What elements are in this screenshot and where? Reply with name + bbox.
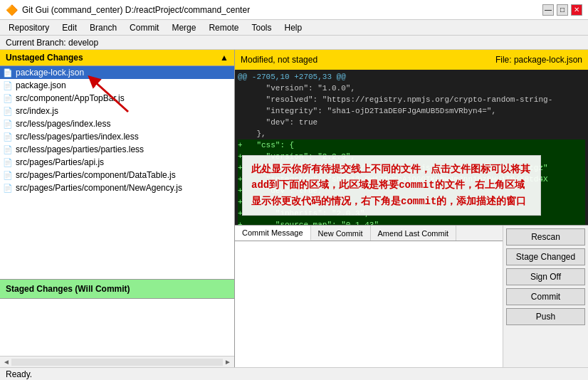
scroll-left-icon: ◄ [0,358,10,366]
close-button[interactable]: ✕ [571,4,582,16]
tab-commit-message-label: Commit Message [242,228,303,237]
diff-line-added: + "inherits": "2.0.3", [238,208,585,219]
file-item-parties-api[interactable]: 📄 src/pages/Parties/api.js [0,156,234,169]
file-name: src/less/pages/index.less [16,119,110,129]
menu-merge[interactable]: Merge [166,21,201,34]
push-button[interactable]: Push [506,308,585,325]
diff-line: "version": "1.0.0", [238,83,585,94]
diff-line-added: + "css": { [238,139,585,151]
diff-line-added: + "resolved": "https://registry.npmjs.or… [238,162,585,174]
sign-off-button[interactable]: Sign Off [506,268,585,285]
diff-status: Modified, not staged [241,55,317,65]
left-scrollbar[interactable]: ◄ ► [0,356,234,367]
file-item-newagency[interactable]: 📄 src/pages/Parties/component/NewAgency.… [0,181,234,194]
menu-repository[interactable]: Repository [3,21,55,34]
menu-bar: Repository Edit Branch Commit Merge Remo… [0,20,588,36]
diff-line: "dev": true [238,117,585,128]
diff-content[interactable]: @@ -2705,10 +2705,33 @@ "version": "1.0.… [235,70,588,225]
title-bar-controls: — □ ✕ [542,4,582,16]
file-icon: 📄 [3,107,13,116]
file-item-pages-index-less[interactable]: 📄 src/less/pages/index.less [0,117,234,130]
tab-amend-label: Amend Last Commit [378,229,449,238]
diff-line-header: @@ -2705,10 +2705,33 @@ [238,71,585,83]
menu-remote[interactable]: Remote [203,21,244,34]
tab-new-commit[interactable]: New Commit [311,226,371,241]
diff-line-added: + "source-map": "0.1.43", [238,219,585,225]
bottom-section: Commit Message New Commit Amend Last Com… [235,225,588,367]
right-panel: Modified, not staged File: package-lock.… [235,50,588,367]
current-branch: Current Branch: develop [0,36,588,50]
diff-line-added: + "requires": { [238,196,585,208]
title-bar: 🔶 Git Gui (command_center) D:/reactProje… [0,0,588,20]
file-name: src/pages/Parties/component/NewAgency.js [16,183,182,193]
tab-new-commit-label: New Commit [318,229,363,238]
file-icon: 📄 [3,171,13,180]
unstaged-header-label: Unstaged Changes [6,53,83,63]
menu-branch[interactable]: Branch [84,21,122,34]
file-name: src/pages/Parties/component/DataTable.js [16,170,176,180]
file-item-package-lock[interactable]: 📄 package-lock.json [0,66,234,79]
title-bar-left: 🔶 Git Gui (command_center) D:/reactProje… [6,4,250,16]
file-item-index-js[interactable]: 📄 src/index.js [0,105,234,117]
file-item-apptopbar[interactable]: 📄 src/component/AppTopBar.js [0,92,234,105]
left-panel: Unstaged Changes ▲ 📄 package-lock.json 📄… [0,50,235,367]
status-text: Ready. [6,369,32,379]
app-title: Git Gui (command_center) D:/reactProject… [22,5,250,15]
staged-header-label: Staged Changes (Will Commit) [6,284,130,294]
menu-commit[interactable]: Commit [124,21,164,34]
status-bar: Ready. [0,367,588,380]
menu-help[interactable]: Help [278,21,308,34]
diff-line-added: + "version": "2.2.3", [238,151,585,162]
diff-file: File: package-lock.json [495,55,582,65]
stage-changed-button[interactable]: Stage Changed [506,248,585,265]
file-icon: 📄 [3,120,13,129]
file-name: src/index.js [16,106,58,116]
app-icon: 🔶 [6,4,18,16]
unstaged-file-list[interactable]: 📄 package-lock.json 📄 package.json 📄 src… [0,66,234,279]
menu-edit[interactable]: Edit [56,21,83,34]
main-content: Unstaged Changes ▲ 📄 package-lock.json 📄… [0,50,588,367]
menu-tools[interactable]: Tools [246,21,277,34]
staged-file-list[interactable] [0,299,234,356]
file-name: src/less/pages/parties/index.less [16,132,139,142]
tab-amend-last-commit[interactable]: Amend Last Commit [371,226,457,241]
file-icon: 📄 [3,145,13,154]
diff-line: "resolved": "https://registry.npmjs.org/… [238,94,585,105]
button-panel: Rescan Stage Changed Sign Off Commit Pus… [503,226,588,367]
file-icon: 📄 [3,68,13,78]
file-icon: 📄 [3,94,13,103]
file-name: src/component/AppTopBar.js [16,93,125,103]
file-item-datatable[interactable]: 📄 src/pages/Parties/component/DataTable.… [0,169,234,181]
staged-header: Staged Changes (Will Commit) [0,279,234,299]
tab-commit-message[interactable]: Commit Message [235,226,311,241]
file-item-parties-less[interactable]: 📄 src/less/pages/parties/parties.less [0,143,234,156]
file-icon: 📄 [3,132,13,142]
file-name: package.json [16,80,66,90]
file-icon: 📄 [3,158,13,167]
file-item-parties-index-less[interactable]: 📄 src/less/pages/parties/index.less [0,130,234,143]
current-branch-label: Current Branch: develop [6,38,98,48]
diff-line-added: + "integrity": "sha512-0W171WccAjQGGTKLh… [238,174,585,185]
file-name: src/pages/Parties/api.js [16,157,104,167]
file-name: package-lock.json [16,68,84,78]
minimize-button[interactable]: — [542,4,554,16]
commit-tabs: Commit Message New Commit Amend Last Com… [235,226,503,241]
scroll-right-icon: ► [224,358,234,366]
rescan-button[interactable]: Rescan [506,228,585,246]
maximize-button[interactable]: □ [557,4,568,16]
commit-button[interactable]: Commit [506,288,585,305]
file-item-package-json[interactable]: 📄 package.json [0,79,234,92]
scroll-up-icon: ▲ [220,53,229,63]
diff-line: "integrity": "sha1-ojD2T1aDE0FJgAmUB5Dsm… [238,105,585,117]
commit-message-textarea[interactable] [235,241,503,367]
commit-area: Commit Message New Commit Amend Last Com… [235,226,503,367]
file-icon: 📄 [3,184,13,193]
unstaged-header: Unstaged Changes ▲ [0,50,234,66]
diff-line: }, [238,128,585,139]
file-name: src/less/pages/parties/parties.less [16,144,144,154]
diff-header: Modified, not staged File: package-lock.… [235,50,588,70]
file-icon: 📄 [3,81,13,90]
diff-line-added: + "dev": true, [238,185,585,196]
